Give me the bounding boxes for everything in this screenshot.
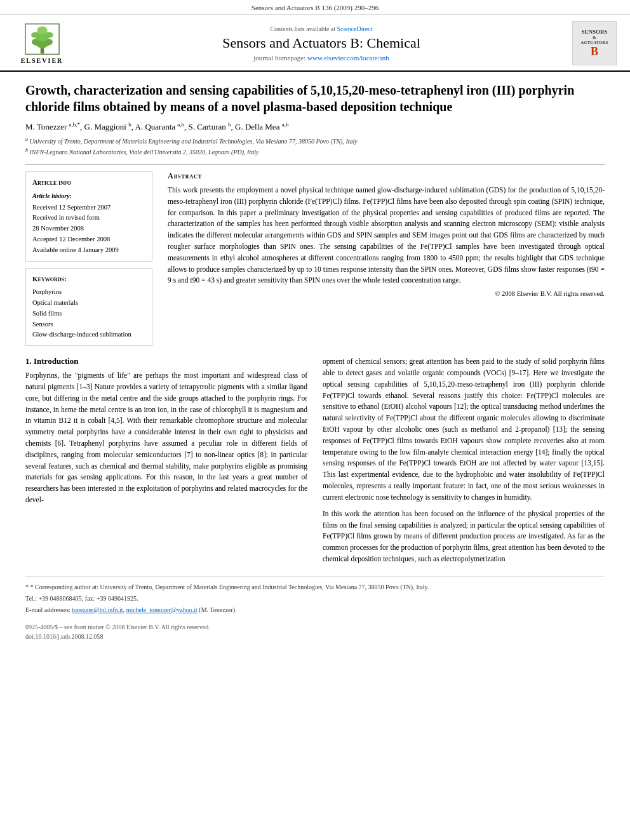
left-column: Article info Article history: Received 1…	[25, 171, 152, 346]
affiliation-a: a University of Trento, Department of Ma…	[25, 136, 605, 146]
footnote-star: *	[25, 583, 30, 590]
body-para-1: Porphyrins, the "pigments of life" are p…	[25, 370, 307, 506]
author-names: M. Tonezzer a,b,*, G. Maggioni b, A. Qua…	[25, 122, 288, 131]
elsevier-logo: ELSEVIER	[10, 23, 74, 64]
journal-header: ELSEVIER Contents lists available at Sci…	[0, 15, 630, 72]
email-line: E-mail addresses: tonezzer@lnl.infn.it, …	[25, 605, 605, 615]
badge-line4: B	[591, 45, 598, 58]
keyword-1: Porphyrins	[32, 287, 145, 298]
header-divider	[25, 164, 605, 165]
body-para-2: opment of chemical sensors; great attent…	[323, 356, 605, 503]
accepted-date: Accepted 12 December 2008	[32, 234, 145, 245]
abstract-label: Abstract	[168, 171, 605, 181]
elsevier-wordmark: ELSEVIER	[21, 57, 64, 64]
doi-line: doi:10.1016/j.snb.2008.12.058	[25, 632, 605, 641]
body-content: 1. Introduction Porphyrins, the "pigment…	[25, 356, 605, 570]
article-title: Growth, characterization and sensing cap…	[25, 82, 605, 115]
copyright-notice: © 2008 Elsevier B.V. All rights reserved…	[168, 290, 605, 297]
corresponding-author-note: * * Corresponding author at: University …	[25, 582, 605, 592]
sensors-actuators-badge: SENSORS & ACTUATORS B	[572, 21, 617, 65]
article-info-abstract-section: Article info Article history: Received 1…	[25, 171, 605, 346]
tel-fax-line: Tel.: +39 0488068405; fax: +39 049641925…	[25, 594, 605, 603]
badge-line2: &	[593, 35, 596, 40]
journal-center: Contents lists available at ScienceDirec…	[74, 25, 569, 62]
journal-title: Sensors and Actuators B: Chemical	[86, 35, 556, 51]
received-revised-label: Received in revised form	[32, 213, 145, 223]
keywords-label: Keywords:	[32, 274, 145, 285]
keyword-5: Glow-discharge-induced sublimation	[32, 330, 145, 340]
keyword-2: Optical materials	[32, 298, 145, 309]
bottom-page-info: 0925-4005/$ – see front matter © 2008 El…	[25, 622, 605, 641]
page-wrapper: Sensors and Actuators B 136 (2009) 290–2…	[0, 0, 630, 840]
revised-date: 28 November 2008	[32, 223, 145, 234]
svg-point-5	[31, 32, 39, 37]
article-info-label: Article info	[32, 177, 145, 189]
abstract-text: This work presents the employment a nove…	[168, 185, 605, 286]
keywords-box: Keywords: Porphyrins Optical materials S…	[25, 268, 152, 347]
journal-homepage-link[interactable]: www.elsevier.com/locate/snb	[307, 54, 389, 62]
history-label: Article history:	[32, 191, 145, 201]
right-column: Abstract This work presents the employme…	[168, 171, 605, 346]
svg-point-6	[45, 32, 53, 37]
email-link-2[interactable]: michele_tonezzer@yahoo.it	[126, 606, 198, 613]
journal-homepage: journal homepage: www.elsevier.com/locat…	[86, 54, 556, 62]
authors-line: M. Tonezzer a,b,*, G. Maggioni b, A. Qua…	[25, 121, 605, 132]
available-online: Available online 4 January 2009	[32, 245, 145, 256]
sciencedirect-link[interactable]: ScienceDirect	[337, 25, 372, 32]
footer-section: * * Corresponding author at: University …	[25, 577, 605, 615]
journal-badge-area: SENSORS & ACTUATORS B	[569, 21, 620, 65]
article-info-box: Article info Article history: Received 1…	[25, 171, 152, 262]
keyword-3: Solid films	[32, 309, 145, 319]
affiliation-b: b INFN-Legnaro National Laboratories, Vi…	[25, 147, 605, 157]
issn-line: 0925-4005/$ – see front matter © 2008 El…	[25, 622, 605, 632]
email-link[interactable]: tonezzer@lnl.infn.it	[72, 606, 123, 613]
received-date: Received 12 September 2007	[32, 203, 145, 213]
body-para-3: In this work the attention has been focu…	[323, 509, 605, 565]
keyword-4: Sensors	[32, 319, 145, 330]
body-left: 1. Introduction Porphyrins, the "pigment…	[25, 356, 307, 570]
badge-line1: SENSORS	[581, 29, 607, 35]
body-two-col: 1. Introduction Porphyrins, the "pigment…	[25, 356, 605, 570]
top-bar: Sensors and Actuators B 136 (2009) 290–2…	[0, 0, 630, 15]
badge-line3: ACTUATORS	[580, 40, 608, 45]
affiliations: a University of Trento, Department of Ma…	[25, 136, 605, 157]
svg-point-7	[37, 26, 48, 34]
journal-citation: Sensors and Actuators B 136 (2009) 290–2…	[251, 4, 379, 11]
svg-rect-0	[40, 48, 44, 53]
body-right: opment of chemical sensors; great attent…	[323, 356, 605, 570]
main-content: Growth, characterization and sensing cap…	[0, 72, 630, 840]
section-1-heading: 1. Introduction	[25, 356, 307, 366]
contents-link-line: Contents lists available at ScienceDirec…	[86, 25, 556, 32]
elsevier-tree-icon	[25, 23, 60, 56]
